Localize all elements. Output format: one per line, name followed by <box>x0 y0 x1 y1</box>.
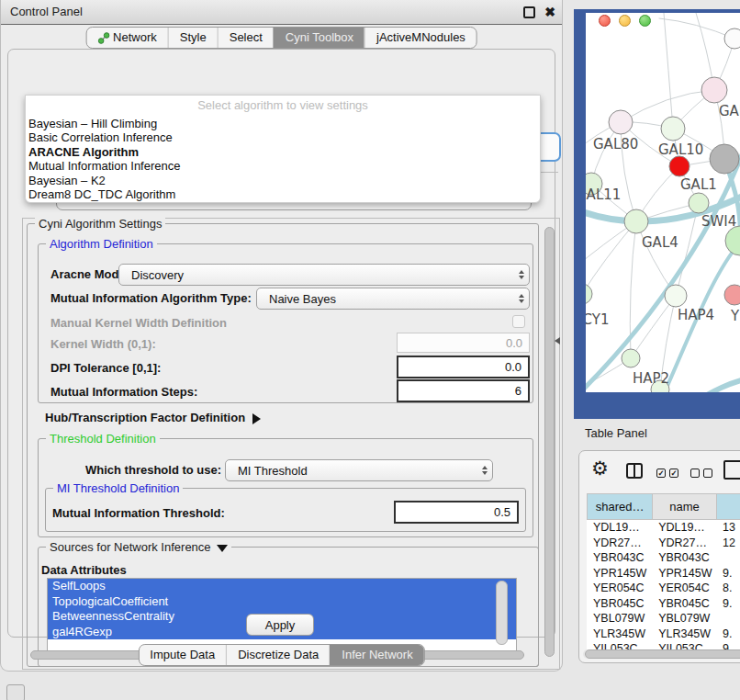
cyni-toolbox-panel: Cyni Algorithm Settings Algorithm Defini… <box>7 49 555 638</box>
table-cell: 9. <box>716 566 740 581</box>
network-node-gal4[interactable] <box>624 209 648 233</box>
table-panel: ⚙ ✓✓ shared…nameYDL19…YDL19…13YDR27…YDR2… <box>578 450 740 663</box>
table-row[interactable]: YBR043CYBR043C <box>588 550 740 566</box>
network-node-hap4[interactable] <box>665 285 687 307</box>
network-node-y[interactable] <box>724 285 740 305</box>
network-edge <box>586 221 636 294</box>
network-node[interactable] <box>724 28 740 49</box>
network-node-gal1[interactable] <box>669 156 690 176</box>
network-node-label: GAL <box>719 103 740 119</box>
tab-jactivemnodules[interactable]: jActiveMNodules <box>364 28 477 48</box>
table-cell: YBR043C <box>653 550 717 566</box>
kernel-width-field[interactable]: 0.0 <box>397 333 530 353</box>
table-row[interactable]: YDR27…YDR27…12 <box>588 536 740 551</box>
list-scrollbar[interactable] <box>496 581 508 645</box>
table-cell: YDL19… <box>653 520 717 536</box>
network-node-label: HAP2 <box>633 370 669 387</box>
dpi-tolerance-field[interactable]: 0.0 <box>397 356 530 378</box>
table-horizontal-scrollbar[interactable] <box>583 649 740 659</box>
mi-threshold-title: MI Threshold Definition <box>53 481 183 495</box>
mi-algorithm-type-label: Mutual Information Algorithm Type: <box>50 291 252 305</box>
splitter-collapse-icon[interactable] <box>555 337 560 344</box>
aracne-mode-select[interactable]: Discovery <box>118 264 530 286</box>
network-node-label: HAP4 <box>678 307 714 323</box>
table-row[interactable]: YBR045CYBR045C9. <box>588 596 740 612</box>
mi-steps-field[interactable]: 6 <box>397 379 530 402</box>
mi-threshold-value: 0.5 <box>494 505 510 519</box>
attribute-item[interactable]: SelfLoops <box>48 579 516 594</box>
column-header[interactable]: name <box>653 494 717 520</box>
float-panel-icon[interactable] <box>523 6 535 18</box>
tab-network[interactable]: Network <box>86 28 168 48</box>
network-node[interactable] <box>725 226 740 255</box>
tab-select[interactable]: Select <box>218 28 274 48</box>
algorithm-dropdown-items: Bayesian – Hill ClimbingBasic Correlatio… <box>28 117 538 201</box>
mi-algorithm-type-select[interactable]: Naive Bayes <box>256 288 530 310</box>
settings-vertical-scrollbar[interactable] <box>544 225 555 660</box>
algorithm-option[interactable]: Dream8 DC_TDC Algorithm <box>28 187 538 201</box>
network-node-swi4[interactable] <box>689 193 709 213</box>
tab-label: Impute Data <box>150 645 215 665</box>
network-node-hap2[interactable] <box>622 349 640 367</box>
network-graph[interactable]: GALGAL80GAL10GAL1GAL11SWI4GAL4GCY1HAP4YH… <box>586 13 740 392</box>
tab-infer-network[interactable]: Infer Network <box>330 645 423 665</box>
table-icon[interactable] <box>723 460 740 480</box>
kernel-width-value: 0.0 <box>506 336 522 350</box>
column-header[interactable] <box>716 494 740 520</box>
network-node-gal[interactable] <box>701 77 727 103</box>
tab-impute-data[interactable]: Impute Data <box>139 645 226 665</box>
table-panel-title: Table Panel <box>585 426 647 440</box>
network-node-gal80[interactable] <box>609 110 633 134</box>
table-cell: YPR145W <box>588 566 653 581</box>
table-cell: YBR045C <box>653 596 717 612</box>
node-attribute-table[interactable]: shared…nameYDL19…YDL19…13YDR27…YDR27…12Y… <box>587 493 740 657</box>
network-canvas[interactable]: GALGAL80GAL10GAL1GAL11SWI4GAL4GCY1HAP4YH… <box>586 13 740 392</box>
unchecked-boxes-icon[interactable] <box>690 469 712 478</box>
network-node[interactable] <box>710 144 739 174</box>
close-icon[interactable]: ✖ <box>544 4 555 20</box>
algorithm-option[interactable]: Bayesian – K2 <box>28 174 538 187</box>
columns-icon[interactable] <box>626 463 643 479</box>
table-row[interactable]: YPR145WYPR145W9. <box>588 566 740 581</box>
sources-title[interactable]: Sources for Network Inference <box>46 540 231 554</box>
threshold-definition-title: Threshold Definition <box>46 432 160 446</box>
table-row[interactable]: YLR345WYLR345W9. <box>588 627 740 642</box>
gear-icon[interactable]: ⚙ <box>591 457 609 480</box>
network-view-window[interactable]: GALGAL80GAL10GAL1GAL11SWI4GAL4GCY1HAP4YH… <box>574 9 740 419</box>
hub-definition-label: Hub/Transcription Factor Definition <box>45 411 245 424</box>
control-panel-tabbar: NetworkStyleSelectCyni ToolboxjActiveMNo… <box>85 27 477 49</box>
sources-title-label: Sources for Network Inference <box>50 540 211 554</box>
tab-cyni-toolbox[interactable]: Cyni Toolbox <box>274 28 364 48</box>
tab-style[interactable]: Style <box>168 28 218 48</box>
network-node-gal10[interactable] <box>661 117 685 141</box>
apply-button[interactable]: Apply <box>246 614 314 636</box>
tab-discretize-data[interactable]: Discretize Data <box>226 645 330 665</box>
network-node-gcy1[interactable] <box>586 284 592 304</box>
algorithm-option[interactable]: ARACNE Algorithm <box>28 145 538 159</box>
stepper-icon <box>482 466 488 475</box>
hub-definition-toggle[interactable]: Hub/Transcription Factor Definition <box>45 411 261 424</box>
attribute-item[interactable]: TopologicalCoefficient <box>48 594 516 610</box>
network-node-label: GCY1 <box>586 311 610 328</box>
stepper-icon <box>519 294 524 303</box>
table-row[interactable]: YER054CYER054C8. <box>588 581 740 596</box>
network-node-label: GAL11 <box>586 186 621 203</box>
manual-kernel-checkbox[interactable] <box>512 315 525 328</box>
table-row[interactable]: YDL19…YDL19…13 <box>588 520 740 536</box>
mi-threshold-field[interactable]: 0.5 <box>394 501 519 524</box>
which-threshold-value: MI Threshold <box>238 464 308 478</box>
checked-boxes-icon[interactable]: ✓✓ <box>656 469 678 478</box>
data-attributes-label: Data Attributes <box>41 563 127 577</box>
kernel-width-label: Kernel Width (0,1): <box>50 337 156 351</box>
algorithm-option[interactable]: Mutual Information Inference <box>28 159 538 173</box>
table-cell: YBL079W <box>653 611 717 627</box>
algorithm-option[interactable]: Bayesian – Hill Climbing <box>28 117 538 130</box>
column-header[interactable]: shared… <box>588 494 653 520</box>
tab-label: Select <box>230 28 263 48</box>
table-row[interactable]: YBL079WYBL079W <box>588 611 740 627</box>
manual-kernel-label: Manual Kernel Width Definition <box>50 316 227 330</box>
which-threshold-select[interactable]: MI Threshold <box>225 459 493 481</box>
dock-panel-button[interactable] <box>6 684 25 700</box>
algorithm-option[interactable]: Basic Correlation Inference <box>28 130 538 144</box>
table-cell: YDR27… <box>653 536 717 551</box>
